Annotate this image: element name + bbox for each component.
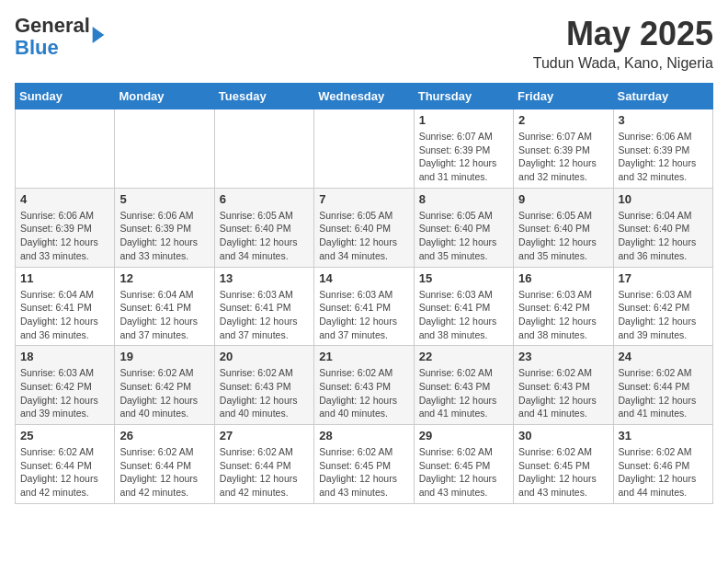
day-info: Sunrise: 6:03 AM Sunset: 6:41 PM Dayligh… <box>419 288 508 342</box>
day-cell: 26Sunrise: 6:02 AM Sunset: 6:44 PM Dayli… <box>115 425 214 504</box>
day-cell <box>214 109 313 189</box>
header-saturday: Saturday <box>613 84 712 109</box>
day-cell: 7Sunrise: 6:05 AM Sunset: 6:40 PM Daylig… <box>314 188 414 267</box>
day-info: Sunrise: 6:02 AM Sunset: 6:44 PM Dayligh… <box>119 445 209 500</box>
day-info: Sunrise: 6:02 AM Sunset: 6:45 PM Dayligh… <box>419 445 508 500</box>
day-cell: 16Sunrise: 6:03 AM Sunset: 6:42 PM Dayli… <box>514 267 613 346</box>
day-number: 26 <box>119 429 209 442</box>
day-info: Sunrise: 6:04 AM Sunset: 6:41 PM Dayligh… <box>119 288 209 342</box>
day-cell: 2Sunrise: 6:07 AM Sunset: 6:39 PM Daylig… <box>514 109 613 189</box>
day-cell: 29Sunrise: 6:02 AM Sunset: 6:45 PM Dayli… <box>414 425 513 504</box>
week-row-2: 11Sunrise: 6:04 AM Sunset: 6:41 PM Dayli… <box>16 267 713 346</box>
day-info: Sunrise: 6:02 AM Sunset: 6:45 PM Dayligh… <box>319 445 408 500</box>
week-row-0: 1Sunrise: 6:07 AM Sunset: 6:39 PM Daylig… <box>16 109 713 189</box>
day-number: 1 <box>419 113 508 127</box>
day-cell: 13Sunrise: 6:03 AM Sunset: 6:41 PM Dayli… <box>214 267 313 346</box>
day-number: 23 <box>518 350 608 363</box>
day-cell: 25Sunrise: 6:02 AM Sunset: 6:44 PM Dayli… <box>16 425 115 504</box>
week-row-3: 18Sunrise: 6:03 AM Sunset: 6:42 PM Dayli… <box>16 346 713 425</box>
day-info: Sunrise: 6:03 AM Sunset: 6:42 PM Dayligh… <box>20 366 109 420</box>
day-cell: 19Sunrise: 6:02 AM Sunset: 6:42 PM Dayli… <box>115 346 214 425</box>
day-info: Sunrise: 6:02 AM Sunset: 6:43 PM Dayligh… <box>220 366 309 420</box>
day-cell: 28Sunrise: 6:02 AM Sunset: 6:45 PM Dayli… <box>314 425 414 504</box>
day-info: Sunrise: 6:03 AM Sunset: 6:42 PM Dayligh… <box>518 288 608 342</box>
day-cell: 20Sunrise: 6:02 AM Sunset: 6:43 PM Dayli… <box>214 346 313 425</box>
day-cell: 17Sunrise: 6:03 AM Sunset: 6:42 PM Dayli… <box>613 267 712 346</box>
day-number: 11 <box>20 271 109 285</box>
page-header: General Blue May 2025 Tudun Wada, Kano, … <box>15 15 713 72</box>
day-info: Sunrise: 6:04 AM Sunset: 6:41 PM Dayligh… <box>20 288 109 342</box>
day-info: Sunrise: 6:05 AM Sunset: 6:40 PM Dayligh… <box>419 209 508 263</box>
day-info: Sunrise: 6:04 AM Sunset: 6:40 PM Dayligh… <box>619 209 708 263</box>
month-title: May 2025 <box>533 15 713 53</box>
day-number: 29 <box>419 429 508 442</box>
day-number: 12 <box>119 271 209 285</box>
week-row-1: 4Sunrise: 6:06 AM Sunset: 6:39 PM Daylig… <box>16 188 713 267</box>
header-tuesday: Tuesday <box>214 84 313 109</box>
day-cell: 9Sunrise: 6:05 AM Sunset: 6:40 PM Daylig… <box>514 188 613 267</box>
day-number: 3 <box>619 113 708 127</box>
day-info: Sunrise: 6:03 AM Sunset: 6:41 PM Dayligh… <box>220 288 309 342</box>
day-cell: 1Sunrise: 6:07 AM Sunset: 6:39 PM Daylig… <box>414 109 513 189</box>
calendar-table: SundayMondayTuesdayWednesdayThursdayFrid… <box>15 83 713 504</box>
location-title: Tudun Wada, Kano, Nigeria <box>533 55 713 72</box>
day-number: 2 <box>518 113 608 127</box>
day-cell: 18Sunrise: 6:03 AM Sunset: 6:42 PM Dayli… <box>16 346 115 425</box>
day-cell: 23Sunrise: 6:02 AM Sunset: 6:43 PM Dayli… <box>514 346 613 425</box>
day-cell: 22Sunrise: 6:02 AM Sunset: 6:43 PM Dayli… <box>414 346 513 425</box>
day-cell: 4Sunrise: 6:06 AM Sunset: 6:39 PM Daylig… <box>16 188 115 267</box>
day-number: 27 <box>220 429 309 442</box>
day-cell: 21Sunrise: 6:02 AM Sunset: 6:43 PM Dayli… <box>314 346 414 425</box>
day-info: Sunrise: 6:03 AM Sunset: 6:41 PM Dayligh… <box>319 288 408 342</box>
header-friday: Friday <box>514 84 613 109</box>
day-cell: 3Sunrise: 6:06 AM Sunset: 6:39 PM Daylig… <box>613 109 712 189</box>
logo-general: General <box>15 14 90 37</box>
day-cell: 15Sunrise: 6:03 AM Sunset: 6:41 PM Dayli… <box>414 267 513 346</box>
day-info: Sunrise: 6:05 AM Sunset: 6:40 PM Dayligh… <box>518 209 608 263</box>
day-number: 15 <box>419 271 508 285</box>
day-number: 19 <box>119 350 209 363</box>
day-info: Sunrise: 6:05 AM Sunset: 6:40 PM Dayligh… <box>319 209 408 263</box>
day-info: Sunrise: 6:06 AM Sunset: 6:39 PM Dayligh… <box>119 209 209 263</box>
week-row-4: 25Sunrise: 6:02 AM Sunset: 6:44 PM Dayli… <box>16 425 713 504</box>
day-info: Sunrise: 6:06 AM Sunset: 6:39 PM Dayligh… <box>619 130 708 184</box>
day-number: 10 <box>619 192 708 206</box>
day-number: 14 <box>319 271 408 285</box>
day-number: 9 <box>518 192 608 206</box>
day-number: 22 <box>419 350 508 363</box>
day-info: Sunrise: 6:02 AM Sunset: 6:45 PM Dayligh… <box>518 445 608 500</box>
day-number: 30 <box>518 429 608 442</box>
day-number: 16 <box>518 271 608 285</box>
header-sunday: Sunday <box>16 84 115 109</box>
day-cell: 8Sunrise: 6:05 AM Sunset: 6:40 PM Daylig… <box>414 188 513 267</box>
day-number: 21 <box>319 350 408 363</box>
day-info: Sunrise: 6:02 AM Sunset: 6:43 PM Dayligh… <box>319 366 408 420</box>
title-block: May 2025 Tudun Wada, Kano, Nigeria <box>533 15 713 72</box>
day-info: Sunrise: 6:02 AM Sunset: 6:44 PM Dayligh… <box>20 445 109 500</box>
day-cell: 5Sunrise: 6:06 AM Sunset: 6:39 PM Daylig… <box>115 188 214 267</box>
day-cell: 14Sunrise: 6:03 AM Sunset: 6:41 PM Dayli… <box>314 267 414 346</box>
header-row: SundayMondayTuesdayWednesdayThursdayFrid… <box>16 84 713 109</box>
day-info: Sunrise: 6:02 AM Sunset: 6:43 PM Dayligh… <box>419 366 508 420</box>
day-number: 18 <box>20 350 109 363</box>
day-info: Sunrise: 6:03 AM Sunset: 6:42 PM Dayligh… <box>619 288 708 342</box>
header-thursday: Thursday <box>414 84 513 109</box>
day-number: 17 <box>619 271 708 285</box>
day-cell: 6Sunrise: 6:05 AM Sunset: 6:40 PM Daylig… <box>214 188 313 267</box>
day-cell <box>115 109 214 189</box>
day-cell: 27Sunrise: 6:02 AM Sunset: 6:44 PM Dayli… <box>214 425 313 504</box>
day-info: Sunrise: 6:02 AM Sunset: 6:44 PM Dayligh… <box>619 366 708 420</box>
day-info: Sunrise: 6:02 AM Sunset: 6:43 PM Dayligh… <box>518 366 608 420</box>
day-number: 20 <box>220 350 309 363</box>
day-cell <box>16 109 115 189</box>
day-cell: 24Sunrise: 6:02 AM Sunset: 6:44 PM Dayli… <box>613 346 712 425</box>
day-cell: 30Sunrise: 6:02 AM Sunset: 6:45 PM Dayli… <box>514 425 613 504</box>
day-number: 4 <box>20 192 109 206</box>
day-number: 5 <box>119 192 209 206</box>
day-info: Sunrise: 6:02 AM Sunset: 6:42 PM Dayligh… <box>119 366 209 420</box>
logo: General Blue <box>15 15 105 59</box>
svg-marker-0 <box>93 27 105 43</box>
day-number: 6 <box>220 192 309 206</box>
day-info: Sunrise: 6:02 AM Sunset: 6:44 PM Dayligh… <box>220 445 309 500</box>
day-info: Sunrise: 6:05 AM Sunset: 6:40 PM Dayligh… <box>220 209 309 263</box>
